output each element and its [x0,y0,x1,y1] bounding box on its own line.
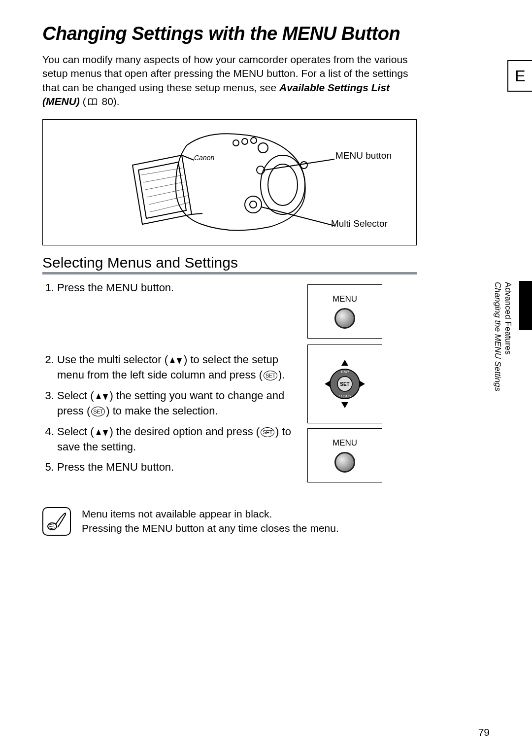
page-number: 79 [478,726,490,738]
svg-line-17 [145,182,185,190]
svg-point-11 [245,196,262,213]
set-button-icon: SET [264,371,277,380]
language-tab-label: E [515,67,525,85]
svg-line-16 [143,175,183,182]
svg-marker-21 [170,357,175,363]
set-button-icon: SET [91,407,105,416]
page-title: Changing Settings with the MENU Button [42,24,417,44]
svg-line-15 [141,168,182,175]
steps-region: Press the MENU button. Use the multi sel… [42,280,516,492]
svg-marker-27 [341,360,348,366]
svg-marker-22 [177,358,182,364]
thumb-index-tab [519,281,532,330]
step-1: Press the MENU button. [57,280,308,295]
up-down-arrows-icon [95,389,109,404]
svg-point-8 [300,162,307,169]
menu-button-icon [334,452,355,473]
svg-point-7 [258,143,268,153]
camcorder-illustration: Canon [59,126,339,239]
step-4: Select () the desired option and press (… [57,424,308,454]
callout-multi-selector: Multi Selector [331,218,388,229]
up-down-arrows-icon [95,425,109,440]
step-2: Use the multi selector () to select the … [57,352,308,382]
intro-text-post: 80). [99,96,120,107]
svg-line-2 [182,155,194,160]
svg-marker-26 [103,430,108,436]
step-3-text-c: ) to make the selection. [106,405,218,417]
step-4-text-a: Select ( [57,425,94,438]
note-icon [42,507,71,536]
step-5: Press the MENU button. [57,460,308,475]
set-button-icon: SET [261,427,274,437]
step-4-text-b: ) the desired option and press ( [110,425,260,438]
svg-point-1 [268,164,298,206]
up-down-arrows-icon [169,353,183,368]
step-3-text-a: Select ( [57,389,94,402]
svg-line-10 [265,159,334,170]
svg-point-12 [250,201,257,208]
note-text: Menu items not available appear in black… [82,507,339,535]
svg-line-18 [147,189,186,197]
svg-line-13 [262,207,334,226]
step-3: Select () the setting you want to change… [57,388,308,418]
intro-paragraph: You can modify many aspects of how your … [42,53,417,108]
svg-text:FOCUS: FOCUS [339,394,351,398]
page-content: Changing Settings with the MENU Button Y… [42,24,516,536]
page-ref-icon [88,95,98,108]
svg-line-39 [50,528,55,529]
step-2-text-a: Use the multi selector ( [57,353,168,366]
camcorder-diagram: Canon MENU button Multi Selector [42,119,417,245]
section-heading: Selecting Menus and Settings [42,254,417,275]
svg-point-6 [251,137,257,143]
svg-text:Canon: Canon [194,154,214,162]
callout-menu-button: MENU button [335,150,392,161]
step-5-text: Press the MENU button. [57,461,174,473]
svg-marker-24 [103,394,108,400]
svg-line-3 [192,213,202,214]
step-2-text-c: ). [278,369,285,381]
intro-text-paren-open: ( [83,96,86,107]
svg-line-37 [49,524,54,525]
step-1-text: Press the MENU button. [57,281,174,294]
svg-text:EXP: EXP [341,370,349,374]
menu-label: MENU [332,438,357,448]
step-list: Press the MENU button. Use the multi sel… [42,280,308,475]
svg-marker-23 [96,393,101,399]
icon-box-multi-selector: SET EXP FOCUS [307,344,382,423]
svg-point-4 [233,140,239,146]
svg-text:SET: SET [340,381,349,387]
note-line-1: Menu items not available appear in black… [82,507,339,521]
multi-selector-icon: SET EXP FOCUS [318,357,372,411]
icon-box-menu-bottom: MENU [307,428,382,482]
svg-line-19 [149,196,188,205]
menu-label: MENU [332,294,357,304]
icon-box-menu-top: MENU [307,284,382,339]
menu-button-icon [334,308,355,329]
svg-marker-28 [341,402,348,408]
note-block: Menu items not available appear in black… [42,507,516,536]
svg-point-5 [242,138,248,144]
svg-line-38 [49,526,54,527]
note-line-2: Pressing the MENU button at any time clo… [82,521,339,535]
svg-marker-25 [96,429,101,435]
